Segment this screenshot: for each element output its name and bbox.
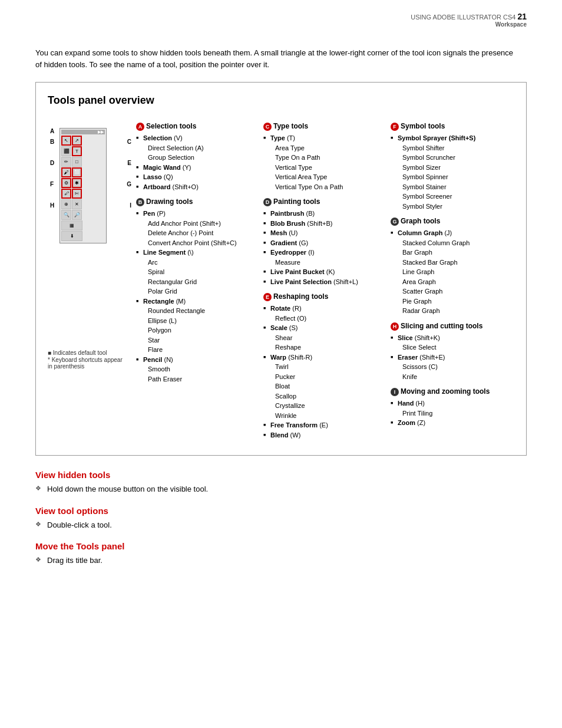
- tools-panel-graphic-area: A B C D E F G H I ▶▶: [48, 116, 124, 443]
- list-item: Path Eraser: [136, 374, 252, 384]
- list-item: Flare: [136, 345, 252, 355]
- list-item: Magic Wand (Y): [136, 163, 252, 173]
- tool-cell[interactable]: ⬛: [61, 146, 71, 156]
- panel-legend: ■ Indicates default tool * Keyboard shor…: [48, 350, 124, 370]
- list-item: Wrinkle: [263, 411, 379, 421]
- section-b-header: B Drawing tools: [136, 197, 252, 206]
- list-item: Slice (Shift+K): [391, 333, 506, 343]
- list-item: Vertical Area Type: [263, 172, 379, 182]
- col-1: A Selection tools Selection (V) Direct S…: [130, 116, 257, 443]
- list-item: Scallop: [263, 391, 379, 401]
- list-item: Scale (S): [263, 323, 379, 333]
- section-c-list: Type (T) Area Type Type On a Path Vertic…: [263, 133, 379, 192]
- list-item: Symbol Spinner: [391, 172, 506, 182]
- list-item: Rectangle (M): [136, 297, 252, 307]
- section-i-header: I Moving and zooming tools: [391, 387, 506, 396]
- badge-e: E: [263, 293, 272, 301]
- tool-cell[interactable]: ⬇: [61, 231, 82, 241]
- label-a: A: [50, 128, 54, 134]
- list-item: Symbol Sizer: [391, 163, 506, 173]
- list-item: Vertical Type On a Path: [263, 182, 379, 192]
- section-e-list: Rotate (R) Reflect (O) Scale (S) Shear R…: [263, 304, 379, 440]
- view-options-title: View tool options: [35, 506, 527, 516]
- view-hidden-section: View hidden tools Hold down the mouse bu…: [35, 470, 527, 495]
- list-item: Polygon: [136, 325, 252, 335]
- panel-title: Tools panel overview: [48, 94, 512, 107]
- section-g-title: Graph tools: [401, 217, 440, 225]
- tool-cell[interactable]: 🖊: [61, 189, 71, 199]
- list-item: Type (T): [263, 133, 379, 143]
- tools-panel-inner: ▶▶ ↖ ↗ ⬛ T ✏: [59, 128, 107, 243]
- section-b-list: Pen (P) Add Anchor Point (Shift+) Delete…: [136, 209, 252, 384]
- section-f-title: Symbol tools: [401, 122, 445, 130]
- list-item: Rounded Rectangle: [136, 306, 252, 316]
- tool-cell[interactable]: □: [72, 157, 82, 167]
- list-item: Live Paint Bucket (K): [263, 267, 379, 277]
- section-a-list: Selection (V) Direct Selection (A) Group…: [136, 133, 252, 192]
- tool-cell[interactable]: ✏: [61, 157, 71, 167]
- section-i-list: Hand (H) Print Tiling Zoom (Z): [391, 398, 506, 428]
- list-item: Radar Graph: [391, 306, 506, 316]
- list-item: Line Segment (\): [136, 248, 252, 258]
- list-item: Symbol Styler: [391, 202, 506, 212]
- list-item: Stacked Bar Graph: [391, 258, 506, 268]
- tool-cell[interactable]: T: [72, 146, 82, 156]
- list-item: Polar Grid: [136, 286, 252, 297]
- list-item: Live Paint Selection (Shift+L): [263, 277, 379, 287]
- section-b-title: Drawing tools: [146, 197, 193, 206]
- col-2: C Type tools Type (T) Area Type Type On …: [257, 116, 385, 443]
- tool-cell[interactable]: ⚙: [61, 178, 71, 188]
- tool-cell[interactable]: ✱: [72, 178, 82, 188]
- list-item: Add Anchor Point (Shift+): [136, 219, 252, 229]
- tool-cell[interactable]: 🔎: [72, 210, 82, 220]
- page-number: 21: [517, 12, 527, 21]
- list-item: Zoom (Z): [391, 418, 506, 428]
- label-g: G: [127, 181, 131, 187]
- move-panel-bullet: Drag its title bar.: [35, 555, 527, 566]
- section-h-list: Slice (Shift+K) Slice Select Eraser (Shi…: [391, 333, 506, 382]
- tool-cell[interactable]: ✄: [72, 189, 82, 199]
- list-item: Mesh (U): [263, 228, 379, 238]
- list-item: Type On a Path: [263, 153, 379, 163]
- columns-area: A Selection tools Selection (V) Direct S…: [130, 116, 512, 443]
- section-d-list: Paintbrush (B) Blob Brush (Shift+B) Mesh…: [263, 209, 379, 286]
- list-item: Crystallize: [263, 401, 379, 411]
- badge-b: B: [136, 198, 144, 206]
- page: USING ADOBE ILLUSTRATOR CS4 21 Workspace…: [0, 0, 562, 728]
- list-item: Group Selection: [136, 153, 252, 163]
- legend-shortcut: * Keyboard shortcuts appear in parenthes…: [48, 357, 124, 370]
- list-item: Delete Anchor (-) Point: [136, 228, 252, 238]
- tool-cell[interactable]: ✕: [72, 199, 82, 209]
- badge-g: G: [391, 218, 399, 226]
- badge-c: C: [263, 123, 272, 131]
- list-item: Stacked Column Graph: [391, 238, 506, 248]
- list-item: Free Transform (E): [263, 420, 379, 430]
- col-3: F Symbol tools Symbol Sprayer (Shift+S) …: [385, 116, 512, 443]
- list-item: Artboard (Shift+O): [136, 182, 252, 192]
- tool-cell[interactable]: ↗: [72, 136, 82, 146]
- label-e: E: [127, 160, 131, 166]
- label-i: I: [130, 202, 131, 209]
- section-h-header: H Slicing and cutting tools: [391, 322, 506, 331]
- list-item: Measure: [263, 258, 379, 268]
- tool-cell[interactable]: ▦: [61, 220, 82, 230]
- list-item: Pencil (N): [136, 355, 252, 365]
- list-item: Scatter Graph: [391, 286, 506, 297]
- tool-cell[interactable]: ↖: [61, 136, 71, 146]
- list-item: Symbol Stainer: [391, 182, 506, 192]
- badge-i: I: [391, 388, 399, 396]
- list-item: Area Graph: [391, 277, 506, 287]
- list-item: Spiral: [136, 267, 252, 277]
- tool-cell[interactable]: ⊕: [61, 199, 71, 209]
- tool-cell[interactable]: ⬜: [72, 167, 82, 177]
- section-a-title: Selection tools: [146, 122, 196, 130]
- list-item: Arc: [136, 258, 252, 268]
- list-item: Gradient (G): [263, 238, 379, 248]
- section-d-title: Painting tools: [273, 197, 320, 206]
- label-c: C: [127, 139, 131, 145]
- tool-cell[interactable]: 🔍: [61, 210, 71, 220]
- list-item: Print Tiling: [391, 409, 506, 419]
- badge-f: F: [391, 123, 399, 131]
- list-item: Rotate (R): [263, 304, 379, 314]
- tool-cell[interactable]: 🖌: [61, 167, 71, 177]
